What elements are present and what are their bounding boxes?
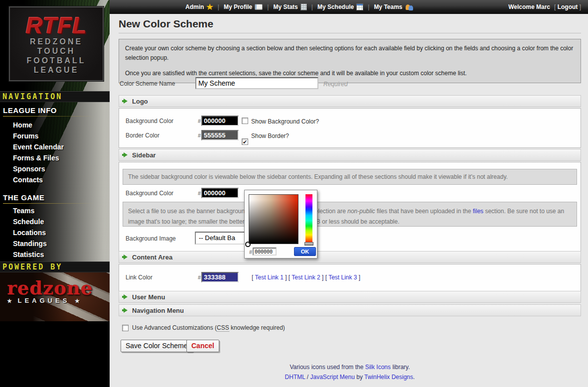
- league-info-nav-list: Home Forums Event Calendar Forms & Files…: [0, 120, 105, 185]
- page-title: New Color Scheme: [119, 18, 213, 30]
- star-icon: ★: [7, 298, 13, 304]
- test-link-3[interactable]: Test Link 3: [328, 274, 357, 281]
- footer-text: Various icons used from the: [290, 364, 365, 371]
- hash-sign: #: [198, 118, 201, 124]
- note-text: image that's too large; the smaller the …: [128, 218, 245, 225]
- league-logo-line: FOOTBALL: [10, 56, 103, 65]
- footer-text: library.: [391, 364, 410, 371]
- menu-admin[interactable]: Admin ★: [185, 2, 213, 11]
- background-image-label: Background Image: [126, 235, 176, 242]
- test-link-2[interactable]: Test Link 2: [292, 274, 320, 281]
- color-scheme-name-input[interactable]: [195, 77, 318, 89]
- sidebar-item-forms-files[interactable]: Forms & Files: [0, 152, 105, 163]
- show-border-checkbox[interactable]: ✔: [242, 138, 248, 145]
- sidebar-item-statistics[interactable]: Statistics: [0, 249, 105, 260]
- powered-by-banner: POWERED BY: [0, 261, 110, 272]
- menu-my-stats[interactable]: My Stats: [273, 3, 306, 10]
- hue-slider-handle[interactable]: [304, 242, 313, 246]
- show-bg-color-checkbox[interactable]: [242, 118, 248, 124]
- sidebar-item-teams[interactable]: Teams: [0, 205, 105, 216]
- navigation-banner: NAVIGATION: [0, 91, 110, 102]
- sidebar-note: The sidebar background color is viewable…: [123, 169, 577, 185]
- sidebar-item-contacts[interactable]: Contacts: [0, 174, 105, 185]
- footer-text: by: [355, 374, 364, 381]
- advanced-customizations-checkbox[interactable]: [122, 325, 129, 331]
- menu-my-profile[interactable]: My Profile: [224, 3, 263, 10]
- star-icon: ★: [75, 298, 81, 304]
- nav-section-title: THE GAME: [3, 193, 44, 202]
- nav-section-league-info: LEAGUE INFO: [3, 106, 105, 117]
- logout-link[interactable]: Logout: [558, 3, 578, 10]
- cancel-button[interactable]: Cancel: [186, 340, 219, 352]
- sidebar-item-home[interactable]: Home: [0, 120, 105, 130]
- logo-section-box: [119, 108, 581, 148]
- league-logo[interactable]: RTFL REDZONE TOUCH FOOTBALL LEAGUE: [9, 6, 104, 81]
- picker-hex-input[interactable]: [253, 248, 277, 256]
- gold-underline: [3, 203, 105, 204]
- section-header-logo[interactable]: Logo: [119, 95, 581, 107]
- logo-bg-color-swatch[interactable]: [201, 116, 239, 126]
- menu-my-schedule[interactable]: My Schedule: [317, 3, 363, 10]
- note-text: Select a file to use as the banner backg…: [128, 208, 248, 215]
- logo-border-color-swatch[interactable]: [201, 130, 239, 140]
- javascript-menu-link[interactable]: JavaScript Menu: [310, 374, 355, 381]
- sidebar-item-locations[interactable]: Locations: [0, 227, 105, 238]
- page: Admin ★ | My Profile | My Stats | My Sch…: [0, 0, 588, 387]
- link-color-swatch[interactable]: [201, 272, 239, 282]
- section-header-content-area[interactable]: Content Area: [119, 251, 581, 263]
- menu-admin-label: Admin: [185, 3, 204, 10]
- star-icon: ★: [206, 2, 213, 11]
- section-header-navigation-menu[interactable]: Navigation Menu: [119, 304, 581, 316]
- checkbox-label-text: Show Background Color?: [251, 118, 319, 125]
- section-header-user-menu[interactable]: User Menu: [119, 291, 581, 303]
- league-logo-acronym: RTFL: [10, 13, 103, 37]
- required-hint: Required: [323, 81, 348, 88]
- saturation-value-gradient[interactable]: [249, 194, 298, 244]
- redzone-logo-subtext: ★ LEAGUES ★: [7, 297, 93, 304]
- css-abbr: CSS: [217, 324, 229, 332]
- bracket: [: [554, 3, 556, 10]
- menu-separator: |: [218, 3, 219, 10]
- picker-ok-button[interactable]: OK: [294, 247, 316, 256]
- logo-bg-color-label: Background Color: [126, 118, 173, 125]
- banner-note-line2: image that's too large; the smaller the …: [128, 217, 572, 227]
- menu-my-teams[interactable]: My Teams: [374, 3, 413, 10]
- hash-sign: #: [198, 132, 201, 138]
- hash-sign: #: [249, 249, 252, 255]
- hue-strip[interactable]: [305, 194, 312, 242]
- files-link[interactable]: files: [473, 208, 483, 215]
- test-links: [ Test Link 1 ] [ Test Link 2 ] [ Test L…: [252, 274, 360, 281]
- vcard-icon: [255, 4, 263, 10]
- expand-arrow-icon: [124, 294, 128, 299]
- sidebar-item-event-calendar[interactable]: Event Calendar: [0, 141, 105, 152]
- footer-credits-menu: DHTML / JavaScript Menu by TwinHelix Des…: [119, 374, 581, 381]
- section-header-sidebar[interactable]: Sidebar: [119, 149, 581, 161]
- test-link-1[interactable]: Test Link 1: [255, 274, 283, 281]
- expand-arrow-icon: [124, 255, 128, 259]
- menu-my-teams-label: My Teams: [374, 3, 402, 10]
- save-button[interactable]: Save Color Scheme: [121, 340, 193, 352]
- logo-border-color-label: Border Color: [126, 132, 159, 139]
- sidebar-bg-color-swatch[interactable]: [201, 188, 239, 198]
- color-selection-marker[interactable]: [245, 242, 251, 247]
- silk-icons-link[interactable]: Silk Icons: [365, 364, 391, 371]
- advanced-customizations-row: Use Advanced Customizations (CSS knowled…: [122, 324, 285, 331]
- checkbox-label-text: Show Border?: [251, 132, 289, 139]
- menu-my-profile-label: My Profile: [224, 3, 252, 10]
- twinhelix-link[interactable]: TwinHelix Designs: [364, 374, 413, 381]
- menu-separator: |: [311, 3, 313, 10]
- section-title: Logo: [132, 98, 148, 105]
- link-color-label: Link Color: [126, 274, 152, 281]
- color-picker-popup: # OK: [244, 190, 317, 258]
- sidebar-item-forums[interactable]: Forums: [0, 130, 105, 141]
- sidebar-item-standings[interactable]: Standings: [0, 238, 105, 249]
- redzone-leagues-logo[interactable]: redzone ★ LEAGUES ★: [7, 279, 93, 304]
- label-text: Use Advanced Customizations (: [132, 324, 217, 331]
- label-text: knowledge required): [229, 324, 285, 331]
- sidebar-item-sponsors[interactable]: Sponsors: [0, 163, 105, 174]
- footer-credits-icons: Various icons used from the Silk Icons l…: [119, 364, 581, 371]
- dhtml-link[interactable]: DHTML: [285, 374, 305, 381]
- group-icon: [405, 4, 414, 10]
- league-logo-line: TOUCH: [10, 46, 103, 56]
- sidebar-item-schedule[interactable]: Schedule: [0, 216, 105, 227]
